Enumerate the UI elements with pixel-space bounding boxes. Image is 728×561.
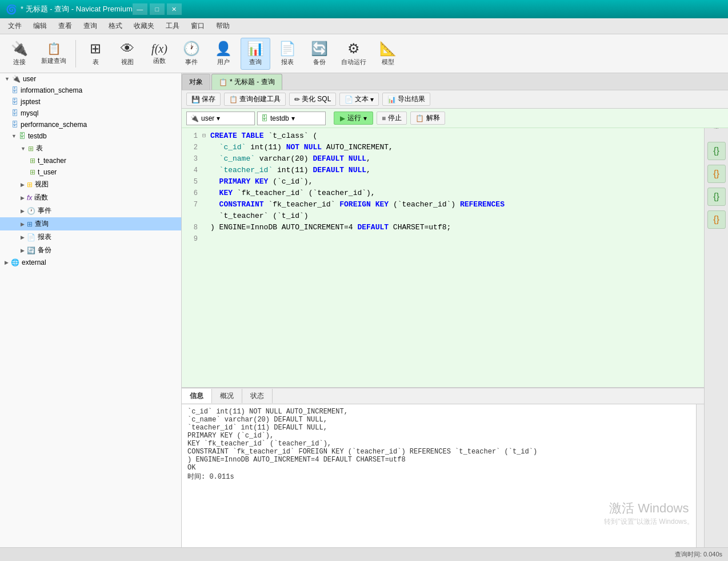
- bottom-scrollbar[interactable]: [696, 404, 704, 547]
- expand-icon: ▶: [21, 182, 25, 188]
- menu-file[interactable]: 文件: [2, 19, 27, 33]
- testdb-icon: 🗄: [19, 132, 26, 140]
- sidebar-item-reports[interactable]: ▶ 📄 报表: [0, 230, 181, 244]
- sidebar-item-events[interactable]: ▶ 🕐 事件: [0, 204, 181, 217]
- toolbar-event[interactable]: 🕐 事件: [177, 38, 206, 70]
- right-btn-3[interactable]: {}: [707, 188, 726, 206]
- export-button[interactable]: 📊 导出结果: [382, 93, 430, 106]
- save-button[interactable]: 💾 保存: [186, 93, 221, 106]
- toolbar-report[interactable]: 📄 报表: [273, 38, 302, 70]
- bottom-tab-status-label: 状态: [250, 392, 264, 400]
- toolbar-function[interactable]: f(x) 函数: [145, 38, 174, 70]
- close-button[interactable]: ✕: [167, 3, 182, 15]
- toolbar-backup[interactable]: 🔄 备份: [305, 38, 334, 70]
- sidebar-item-backups[interactable]: ▶ 🔄 备份: [0, 244, 181, 257]
- toolbar-connect-label: 连接: [13, 58, 26, 66]
- menu-query[interactable]: 查询: [78, 19, 103, 33]
- db-icon: 🗄: [11, 98, 18, 106]
- right-btn-4[interactable]: {}: [707, 210, 726, 229]
- query-builder-button[interactable]: 📋 查询创建工具: [224, 93, 286, 106]
- query-toolbar: 💾 保存 📋 查询创建工具 ✏ 美化 SQL 📄 文本 ▾ 📊 导出结果: [182, 90, 728, 109]
- menu-view[interactable]: 查看: [53, 19, 78, 33]
- sidebar-item-performance-schema[interactable]: 🗄 performance_schema: [0, 119, 181, 130]
- tab-query-icon: 📋: [219, 78, 227, 86]
- app-icon: 🌀: [6, 4, 17, 15]
- events-icon: 🕐: [27, 207, 35, 215]
- menu-format[interactable]: 格式: [103, 19, 128, 33]
- menu-help[interactable]: 帮助: [210, 19, 235, 33]
- sidebar-item-views[interactable]: ▶ ⊞ 视图: [0, 178, 181, 191]
- bottom-panel: 信息 概况 状态 `c_id` int(11) NOT NULL AUTO_IN…: [182, 387, 704, 547]
- right-btn-2[interactable]: {}: [707, 165, 726, 183]
- sidebar-item-queries[interactable]: ▶ ⊞ 查询: [0, 217, 181, 230]
- sidebar-item-jsptest[interactable]: 🗄 jsptest: [0, 96, 181, 108]
- view-icon: 👁: [121, 41, 134, 57]
- menubar: 文件 编辑 查看 查询 格式 收藏夹 工具 窗口 帮助: [0, 18, 728, 34]
- bracket-icon-4: {}: [713, 214, 719, 225]
- toolbar-table[interactable]: ⊞ 表: [81, 38, 110, 70]
- sidebar-item-functions[interactable]: ▶ fx 函数: [0, 191, 181, 204]
- connection-icon: 🔌: [190, 114, 199, 122]
- menu-edit[interactable]: 编辑: [27, 19, 53, 33]
- right-btn-1[interactable]: {}: [707, 142, 726, 160]
- bracket-icon-3: {}: [713, 192, 719, 202]
- toolbar-connect[interactable]: 🔌 连接: [5, 38, 34, 70]
- sidebar-user-label: user: [23, 75, 36, 83]
- collapse-icon[interactable]: ⊟: [202, 130, 210, 142]
- toolbar-query[interactable]: 📊 查询: [241, 38, 270, 70]
- sidebar-item-user[interactable]: ▼ 🔌 user: [0, 73, 181, 85]
- result-line-7: ) ENGINE=InnoDB AUTO_INCREMENT=4 DEFAULT…: [187, 456, 690, 464]
- toolbar-model-label: 模型: [382, 58, 394, 66]
- bottom-tab-overview[interactable]: 概况: [212, 389, 242, 403]
- expand-icon: ▼: [21, 146, 26, 152]
- toolbar-new-query[interactable]: 📋 新建查询: [37, 38, 71, 70]
- bottom-tab-status[interactable]: 状态: [242, 389, 273, 403]
- toolbar-autorun-label: 自动运行: [341, 58, 366, 66]
- run-button[interactable]: ▶ 运行 ▾: [334, 112, 373, 125]
- sidebar-tables-label: 表: [36, 144, 43, 153]
- sidebar-performance-schema-label: performance_schema: [21, 121, 87, 129]
- sidebar-item-mysql[interactable]: 🗄 mysql: [0, 108, 181, 119]
- sidebar-item-testdb[interactable]: ▼ 🗄 testdb: [0, 130, 181, 142]
- menu-tools[interactable]: 工具: [160, 19, 185, 33]
- tab-query[interactable]: 📋 * 无标题 - 查询: [211, 74, 282, 90]
- query-time: 查询时间: 0.040s: [675, 550, 722, 559]
- result-line-3: `teacher_id` int(11) DEFAULT NULL,: [187, 424, 690, 432]
- stop-button[interactable]: ■ 停止: [377, 112, 407, 125]
- minimize-button[interactable]: —: [133, 3, 147, 15]
- bottom-tab-info[interactable]: 信息: [182, 389, 212, 403]
- toolbar-report-label: 报表: [281, 58, 294, 66]
- maximize-button[interactable]: □: [150, 3, 165, 15]
- beautify-button[interactable]: ✏ 美化 SQL: [289, 93, 336, 106]
- editor-main: 1 ⊟ CREATE TABLE `t_class` ( 2 `c_id` in…: [182, 128, 704, 547]
- db-icon: 🗄: [11, 86, 18, 94]
- toolbar-autorun[interactable]: ⚙ 自动运行: [337, 38, 371, 70]
- connection-dropdown[interactable]: 🔌 user ▾: [186, 112, 255, 125]
- new-query-icon: 📋: [47, 42, 61, 55]
- tab-bar: 对象 📋 * 无标题 - 查询: [182, 73, 728, 90]
- sidebar-item-tables[interactable]: ▼ ⊞ 表: [0, 142, 181, 155]
- line-number: 6: [182, 188, 202, 199]
- line-content: KEY `fk_teacher_id` (`teacher_id`),: [210, 188, 704, 199]
- line-number: 4: [182, 165, 202, 176]
- database-dropdown[interactable]: 🗄 testdb ▾: [257, 112, 326, 125]
- sidebar-external-label: external: [22, 258, 46, 266]
- tab-object[interactable]: 对象: [182, 74, 210, 90]
- text-button[interactable]: 📄 文本 ▾: [339, 93, 379, 106]
- toolbar-user[interactable]: 👤 用户: [209, 38, 238, 70]
- event-icon: 🕐: [183, 41, 200, 57]
- expand-icon: ▶: [21, 221, 25, 227]
- explain-button[interactable]: 📋 解释: [410, 112, 445, 125]
- expand-icon: ▶: [5, 260, 9, 265]
- toolbar-model[interactable]: 📐 模型: [373, 38, 403, 70]
- menu-favorites[interactable]: 收藏夹: [128, 19, 160, 33]
- sidebar-backups-label: 备份: [38, 245, 51, 255]
- run-icon: ▶: [340, 114, 345, 122]
- sidebar-item-t-user[interactable]: ⊞ t_user: [0, 166, 181, 178]
- sidebar-item-external[interactable]: ▶ 🌐 external: [0, 257, 181, 268]
- menu-window[interactable]: 窗口: [185, 19, 210, 33]
- code-editor[interactable]: 1 ⊟ CREATE TABLE `t_class` ( 2 `c_id` in…: [182, 128, 704, 387]
- toolbar-view[interactable]: 👁 视图: [113, 38, 142, 70]
- sidebar-item-information-schema[interactable]: 🗄 information_schema: [0, 85, 181, 96]
- sidebar-item-t-teacher[interactable]: ⊞ t_teacher: [0, 155, 181, 166]
